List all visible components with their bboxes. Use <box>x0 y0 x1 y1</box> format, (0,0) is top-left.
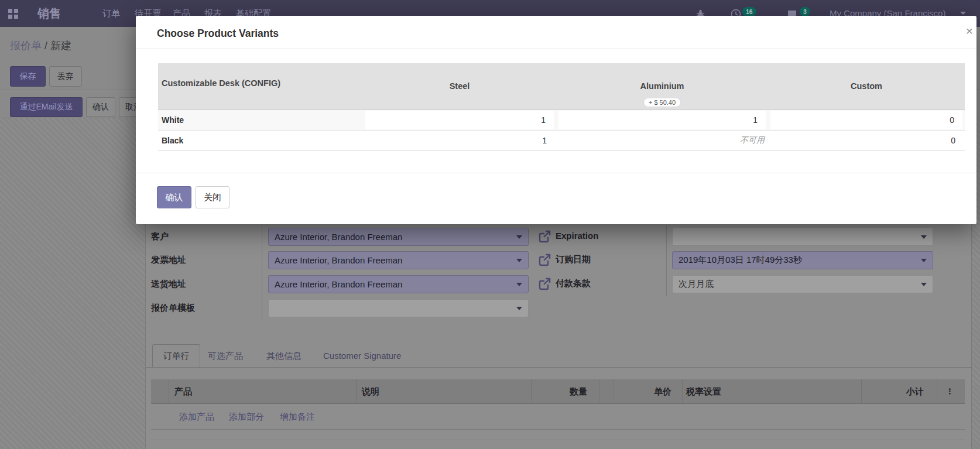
dropdown-caret-icon <box>921 259 927 262</box>
order-lines-add-row <box>151 404 965 430</box>
variant-product-name: Customizable Desk (CONFIG) <box>158 63 363 110</box>
expiration-label: Expiration <box>556 231 598 241</box>
modal-close-button[interactable]: 关闭 <box>196 186 229 208</box>
tab-optional-products[interactable]: 可选产品 <box>208 344 243 367</box>
external-link-icon[interactable] <box>537 253 551 267</box>
price-extra-badge: + $ 50.40 <box>643 98 681 107</box>
qty-input-white-custom[interactable]: 0 <box>770 111 962 129</box>
send-email-button[interactable]: 通过EMail发送 <box>10 97 83 117</box>
col-steel: Steel <box>450 81 470 94</box>
variant-table-header: Customizable Desk (CONFIG) Steel Alumini… <box>158 63 965 110</box>
invoice-address-label: 发票地址 <box>151 255 186 266</box>
quotation-template-label: 报价单模板 <box>151 303 195 314</box>
variant-row-black: Black 1 不可用 0 <box>158 131 965 151</box>
quotation-template-field[interactable] <box>268 299 529 317</box>
tabs-border <box>145 367 972 368</box>
col-description[interactable]: 说明 <box>362 379 379 404</box>
delivery-address-field[interactable]: Azure Interior, Brandon Freeman <box>268 275 529 293</box>
activity-count-badge[interactable]: 16 <box>742 7 756 16</box>
qty-input-white-steel[interactable]: 1 <box>365 111 554 129</box>
qty-black-steel[interactable]: 1 <box>363 131 556 150</box>
external-link-icon[interactable] <box>537 229 551 244</box>
payment-terms-label: 付款条款 <box>556 278 591 289</box>
discard-button[interactable]: 丢弃 <box>49 66 82 87</box>
breadcrumb: 报价单 / 新建 <box>10 39 71 53</box>
qty-black-custom[interactable]: 0 <box>768 131 965 150</box>
dropdown-caret-icon <box>516 307 522 310</box>
invoice-address-field[interactable]: Azure Interior, Brandon Freeman <box>268 251 529 269</box>
label-column-divider <box>666 225 667 296</box>
dropdown-caret-icon <box>921 235 927 239</box>
order-date-label: 订购日期 <box>556 254 591 265</box>
tab-customer-signature[interactable]: Customer Signature <box>323 344 401 367</box>
col-product[interactable]: 产品 <box>174 379 192 404</box>
col-custom: Custom <box>851 81 882 94</box>
delivery-address-label: 送货地址 <box>151 279 186 290</box>
modal-confirm-button[interactable]: 确认 <box>157 186 191 208</box>
choose-variants-modal: Choose Product Variants × Customizable D… <box>136 16 976 224</box>
dropdown-caret-icon <box>516 259 522 262</box>
tab-order-lines[interactable]: 订单行 <box>152 344 200 367</box>
modal-title: Choose Product Variants <box>157 28 279 40</box>
app-brand[interactable]: 销售 <box>37 0 61 27</box>
expiration-field[interactable] <box>672 228 933 246</box>
dropdown-caret-icon <box>921 283 927 286</box>
tab-other-info[interactable]: 其他信息 <box>266 344 301 367</box>
modal-header-divider <box>136 49 976 49</box>
totals-divider <box>151 440 965 440</box>
add-product-link[interactable]: 添加产品 <box>179 404 214 430</box>
col-taxes[interactable]: 税率设置 <box>686 379 721 404</box>
add-section-link[interactable]: 添加部分 <box>229 404 264 430</box>
external-link-icon[interactable] <box>537 277 551 291</box>
col-aluminium: Aluminium <box>640 81 684 94</box>
company-caret-icon <box>960 12 966 15</box>
label-column-divider <box>262 225 262 319</box>
variant-row-white: White 1 1 0 <box>158 110 965 131</box>
col-unit-price[interactable]: 单价 <box>636 379 671 404</box>
save-button[interactable]: 保存 <box>10 66 46 87</box>
order-date-field[interactable]: 2019年10月03日 17时49分33秒 <box>672 251 933 269</box>
customer-field[interactable]: Azure Interior, Brandon Freeman <box>268 228 529 246</box>
col-qty[interactable]: 数量 <box>552 379 587 404</box>
confirm-order-button[interactable]: 确认 <box>86 97 115 117</box>
breadcrumb-new: 新建 <box>50 40 71 52</box>
add-note-link[interactable]: 增加备注 <box>280 404 315 430</box>
dropdown-caret-icon <box>516 283 522 286</box>
app: 销售 订单 待开票 产品 报表 基础配置 16 3 My Company (Sa… <box>0 0 980 449</box>
col-subtotal[interactable]: 小计 <box>889 379 924 404</box>
variant-table: Customizable Desk (CONFIG) Steel Alumini… <box>158 63 965 151</box>
customer-label: 客户 <box>151 231 169 242</box>
modal-close-icon[interactable]: × <box>962 24 976 38</box>
unavailable-text: 不可用 <box>740 135 765 146</box>
breadcrumb-quotation[interactable]: 报价单 <box>10 40 42 52</box>
modal-footer-divider <box>136 173 976 173</box>
apps-grid-icon[interactable] <box>8 9 18 19</box>
menu-orders[interactable]: 订单 <box>102 0 120 27</box>
payment-terms-field[interactable]: 次月月底 <box>672 275 933 293</box>
dropdown-caret-icon <box>516 235 522 239</box>
message-count-badge[interactable]: 3 <box>800 7 810 16</box>
columns-menu-icon[interactable]: ⋮ <box>946 379 954 404</box>
qty-input-white-aluminium[interactable]: 1 <box>558 111 766 129</box>
